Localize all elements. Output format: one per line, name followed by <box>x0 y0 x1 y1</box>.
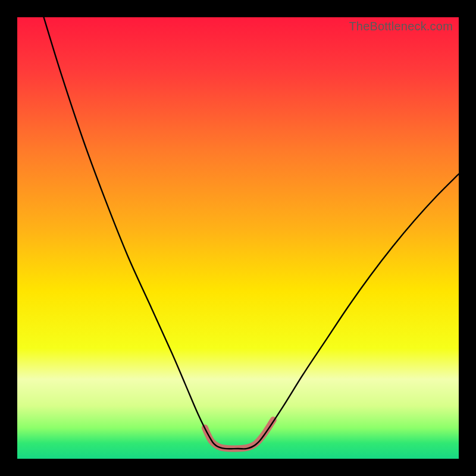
bottleneck-chart <box>17 17 459 459</box>
gradient-background <box>17 17 459 459</box>
watermark-text: TheBottleneck.com <box>349 20 453 33</box>
chart-frame: TheBottleneck.com <box>0 0 476 476</box>
plot-area: TheBottleneck.com <box>17 17 459 459</box>
